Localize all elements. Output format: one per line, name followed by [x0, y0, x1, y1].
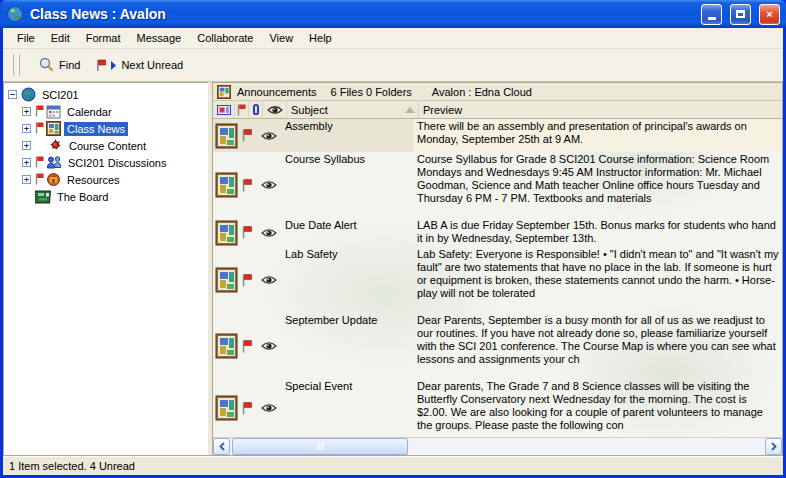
next-unread-label: Next Unread: [121, 59, 183, 71]
attachment-column-icon[interactable]: [249, 101, 263, 118]
expand-icon[interactable]: +: [22, 141, 31, 150]
maximize-icon: [736, 10, 745, 18]
menu-file[interactable]: File: [9, 30, 43, 46]
scrollbar-track[interactable]: [230, 438, 765, 455]
read-column-icon[interactable]: [263, 101, 287, 118]
preview-column-header[interactable]: Preview: [419, 104, 782, 116]
message-icon-cell: [213, 152, 257, 218]
panel-location: Avalon : Edna Cloud: [432, 86, 532, 98]
next-arrow-icon: [110, 60, 117, 71]
message-subject[interactable]: Lab Safety: [281, 247, 413, 313]
message-subject[interactable]: Assembly: [281, 119, 413, 152]
message-preview[interactable]: There will be an assembly and presentati…: [413, 119, 782, 152]
tree-item-sci201[interactable]: − SCI201: [4, 86, 208, 103]
tree-item-label[interactable]: Calendar: [64, 105, 115, 119]
unread-flag-icon: [242, 274, 252, 287]
find-button[interactable]: Find: [30, 54, 88, 76]
close-icon: ×: [766, 9, 772, 20]
message-preview[interactable]: Lab Safety: Everyone is Responsible! • "…: [413, 247, 782, 313]
menu-edit[interactable]: Edit: [43, 30, 78, 46]
toolbar-grip[interactable]: [17, 54, 20, 76]
app-globe-icon: [6, 5, 24, 23]
message-row-special-event[interactable]: Special Event Dear parents, The Grade 7 …: [213, 379, 782, 437]
unread-flag-icon: [35, 156, 44, 170]
unread-flag-icon: [242, 402, 252, 415]
unread-flag-icon: [35, 173, 44, 187]
collapse-icon[interactable]: −: [8, 90, 17, 99]
message-preview[interactable]: Dear parents, The Grade 7 and 8 Science …: [413, 379, 782, 437]
tree-item-discussions[interactable]: + SCI201 Discussions: [4, 154, 208, 171]
menu-message[interactable]: Message: [129, 30, 190, 46]
panel-header: Announcements 6 Files 0 Folders Avalon :…: [213, 83, 782, 101]
expand-icon[interactable]: +: [22, 107, 31, 116]
news-icon: [46, 121, 61, 136]
tree-item-class-news[interactable]: + Class News: [4, 120, 208, 137]
bulletin-icon: [215, 123, 241, 149]
globe-icon: [21, 87, 36, 102]
menu-collaborate[interactable]: Collaborate: [189, 30, 261, 46]
flag-column-icon[interactable]: [235, 101, 249, 118]
tree-item-label[interactable]: SCI201 Discussions: [65, 156, 169, 170]
sort-ascending-icon: [405, 107, 415, 113]
minimize-button[interactable]: [701, 4, 722, 25]
message-row-lab-safety[interactable]: Lab Safety Lab Safety: Everyone is Respo…: [213, 247, 782, 313]
expand-icon[interactable]: +: [22, 158, 31, 167]
message-preview[interactable]: Dear Parents, September is a busy month …: [413, 313, 782, 379]
tree-item-label[interactable]: The Board: [54, 190, 111, 204]
tree-item-label[interactable]: SCI201: [39, 88, 82, 102]
message-subject[interactable]: Special Event: [281, 379, 413, 437]
tree-item-course-content[interactable]: + Course Content: [4, 137, 208, 154]
message-list: Assembly There will be an assembly and p…: [213, 119, 782, 437]
tree-item-the-board[interactable]: The Board: [4, 188, 208, 205]
read-eye-icon: [257, 379, 281, 437]
message-row-course-syllabus[interactable]: Course Syllabus Course Syllabus for Grad…: [213, 152, 782, 218]
unread-flag-icon: [242, 340, 252, 353]
expand-icon[interactable]: +: [22, 175, 31, 184]
message-type-column-icon[interactable]: [213, 101, 235, 118]
calendar-icon: [46, 104, 61, 119]
message-row-september-update[interactable]: September Update Dear Parents, September…: [213, 313, 782, 379]
tree-item-label[interactable]: Resources: [64, 173, 123, 187]
message-subject[interactable]: September Update: [281, 313, 413, 379]
status-bar: 1 Item selected. 4 Unread: [3, 456, 783, 475]
title-bar[interactable]: Class News : Avalon ×: [0, 0, 786, 28]
message-row-assembly[interactable]: Assembly There will be an assembly and p…: [213, 119, 782, 152]
menu-view[interactable]: View: [261, 30, 301, 46]
message-icon-cell: [213, 119, 257, 152]
board-icon: [35, 190, 51, 204]
subject-column-header[interactable]: Subject: [287, 101, 419, 118]
message-icon-cell: [213, 313, 257, 379]
toolbar: Find Next Unread: [3, 49, 783, 82]
toolbar-grip[interactable]: [11, 54, 14, 76]
panel-counts: 6 Files 0 Folders: [331, 86, 412, 98]
tree-item-calendar[interactable]: + Calendar: [4, 103, 208, 120]
scrollbar-thumb[interactable]: [232, 438, 408, 455]
unread-flag-icon: [96, 59, 106, 72]
unread-flag-icon: [242, 226, 252, 239]
course-content-icon: [48, 138, 63, 153]
message-preview[interactable]: Course Syllabus for Grade 8 SCI201 Cours…: [413, 152, 782, 218]
scroll-left-button[interactable]: [213, 438, 230, 455]
tree-item-resources[interactable]: + Resources: [4, 171, 208, 188]
scroll-right-button[interactable]: [765, 438, 782, 455]
menu-format[interactable]: Format: [78, 30, 129, 46]
find-label: Find: [59, 59, 80, 71]
tree-item-label[interactable]: Course Content: [66, 139, 149, 153]
message-subject[interactable]: Due Date Alert: [281, 218, 413, 247]
message-row-due-date-alert[interactable]: Due Date Alert LAB A is due Friday Septe…: [213, 218, 782, 247]
bulletin-icon: [215, 172, 241, 198]
announcements-icon: [217, 85, 231, 99]
message-preview[interactable]: LAB A is due Friday September 15th. Bonu…: [413, 218, 782, 247]
column-header: Subject Preview: [213, 101, 782, 119]
tree-item-label-selected[interactable]: Class News: [64, 122, 128, 136]
horizontal-scrollbar[interactable]: [213, 437, 782, 455]
expand-icon[interactable]: +: [22, 124, 31, 133]
read-eye-icon: [257, 152, 281, 218]
resources-icon: [46, 172, 61, 187]
close-button[interactable]: ×: [759, 4, 780, 25]
discussions-icon: [46, 155, 62, 170]
maximize-button[interactable]: [730, 4, 751, 25]
menu-help[interactable]: Help: [301, 30, 340, 46]
next-unread-button[interactable]: Next Unread: [88, 56, 191, 75]
message-subject[interactable]: Course Syllabus: [281, 152, 413, 218]
